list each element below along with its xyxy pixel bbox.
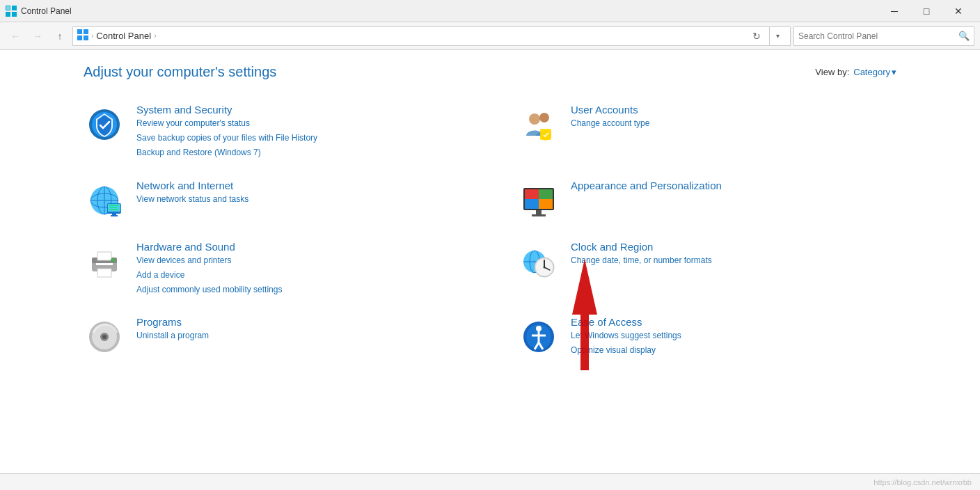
svg-rect-5 bbox=[77, 29, 82, 34]
hardware-sound-title[interactable]: Hardware and Sound bbox=[136, 241, 282, 253]
user-accounts-link-1[interactable]: Change account type bbox=[571, 117, 649, 130]
watermark-text: https://blog.csdn.net/wrnxrbb bbox=[874, 478, 972, 487]
view-by-value-text: Category bbox=[853, 67, 890, 77]
address-bar: ← → ↑ › Control Panel › ↻ ▾ 🔍 bbox=[0, 22, 980, 50]
view-by-dropdown[interactable]: Category ▾ bbox=[853, 67, 896, 77]
svg-rect-2 bbox=[6, 12, 10, 17]
svg-rect-33 bbox=[532, 214, 546, 216]
category-ease-of-access: Ease of Access Let Windows suggest setti… bbox=[504, 306, 938, 368]
user-accounts-content: User Accounts Change account type bbox=[571, 104, 649, 130]
hardware-sound-link-1[interactable]: View devices and printers bbox=[136, 254, 282, 267]
system-security-link-2[interactable]: Save backup copies of your files with Fi… bbox=[136, 132, 317, 145]
ease-of-access-link-2[interactable]: Optimize visual display bbox=[571, 344, 681, 357]
title-bar-controls: ─ □ ✕ bbox=[878, 0, 974, 22]
svg-rect-30 bbox=[525, 199, 539, 209]
search-input[interactable] bbox=[798, 31, 956, 41]
address-chevron-2: › bbox=[154, 32, 156, 40]
system-security-link-1[interactable]: Review your computer's status bbox=[136, 117, 317, 130]
svg-rect-4 bbox=[6, 6, 10, 10]
view-by-label: View by: bbox=[815, 67, 849, 77]
title-bar: Control Panel ─ □ ✕ bbox=[0, 0, 980, 22]
svg-rect-7 bbox=[77, 35, 82, 40]
category-appearance: Appearance and Personalization bbox=[504, 170, 938, 231]
svg-rect-36 bbox=[96, 263, 113, 265]
user-accounts-icon bbox=[518, 104, 560, 145]
clock-region-title[interactable]: Clock and Region bbox=[571, 241, 712, 253]
svg-point-47 bbox=[544, 266, 546, 268]
appearance-title[interactable]: Appearance and Personalization bbox=[571, 180, 722, 191]
address-field[interactable]: › Control Panel › ↻ ▾ bbox=[72, 26, 791, 46]
page-title: Adjust your computer's settings bbox=[84, 64, 276, 80]
hardware-sound-link-3[interactable]: Adjust commonly used mobility settings bbox=[136, 283, 282, 297]
address-app-icon bbox=[77, 29, 88, 42]
system-security-link-3[interactable]: Backup and Restore (Windows 7) bbox=[136, 146, 317, 159]
system-security-content: System and Security Review your computer… bbox=[136, 104, 317, 160]
ease-of-access-content: Ease of Access Let Windows suggest setti… bbox=[571, 316, 681, 357]
clock-region-icon bbox=[518, 241, 560, 283]
network-internet-title[interactable]: Network and Internet bbox=[136, 180, 248, 191]
category-user-accounts: User Accounts Change account type bbox=[504, 94, 938, 170]
svg-point-12 bbox=[539, 113, 549, 122]
svg-point-39 bbox=[111, 258, 115, 262]
svg-rect-8 bbox=[84, 35, 88, 40]
programs-link-1[interactable]: Uninstall a program bbox=[136, 329, 209, 342]
minimize-button[interactable]: ─ bbox=[878, 0, 910, 22]
svg-rect-32 bbox=[536, 210, 542, 214]
back-button[interactable]: ← bbox=[6, 26, 25, 46]
categories-grid: System and Security Review your computer… bbox=[0, 94, 980, 368]
programs-icon bbox=[84, 316, 125, 358]
close-button[interactable]: ✕ bbox=[942, 0, 974, 22]
hardware-sound-icon bbox=[84, 241, 125, 283]
programs-content: Programs Uninstall a program bbox=[136, 316, 209, 342]
view-by-chevron: ▾ bbox=[892, 67, 896, 77]
network-internet-icon bbox=[84, 180, 125, 221]
ease-of-access-icon bbox=[518, 316, 560, 358]
hardware-sound-content: Hardware and Sound View devices and prin… bbox=[136, 241, 282, 297]
user-accounts-title[interactable]: User Accounts bbox=[571, 104, 649, 116]
category-programs: Programs Uninstall a program bbox=[70, 306, 504, 368]
view-by-container: View by: Category ▾ bbox=[815, 67, 896, 77]
svg-point-11 bbox=[529, 113, 540, 125]
address-content: › Control Panel › bbox=[77, 29, 744, 42]
search-button[interactable]: 🔍 bbox=[958, 31, 970, 41]
network-internet-content: Network and Internet View network status… bbox=[136, 180, 248, 206]
svg-rect-29 bbox=[539, 189, 553, 199]
svg-rect-3 bbox=[12, 12, 17, 17]
svg-point-54 bbox=[536, 326, 542, 331]
hardware-sound-link-2[interactable]: Add a device bbox=[136, 269, 282, 282]
clock-region-link-1[interactable]: Change date, time, or number formats bbox=[571, 254, 712, 267]
svg-rect-37 bbox=[97, 252, 111, 260]
ease-of-access-title[interactable]: Ease of Access bbox=[571, 316, 681, 328]
svg-rect-31 bbox=[539, 199, 553, 209]
category-hardware-sound: Hardware and Sound View devices and prin… bbox=[70, 231, 504, 307]
svg-rect-22 bbox=[111, 215, 118, 216]
category-network-internet: Network and Internet View network status… bbox=[70, 170, 504, 231]
svg-rect-6 bbox=[84, 29, 88, 34]
system-security-icon bbox=[84, 104, 125, 145]
programs-title[interactable]: Programs bbox=[136, 316, 209, 328]
status-bar: https://blog.csdn.net/wrnxrbb bbox=[0, 473, 980, 490]
up-button[interactable]: ↑ bbox=[50, 26, 70, 46]
appearance-icon bbox=[518, 180, 560, 221]
forward-button[interactable]: → bbox=[28, 26, 47, 46]
refresh-button[interactable]: ↻ bbox=[748, 28, 765, 45]
maximize-button[interactable]: □ bbox=[910, 0, 942, 22]
system-security-title[interactable]: System and Security bbox=[136, 104, 317, 116]
address-path-text: Control Panel bbox=[96, 31, 151, 41]
clock-region-content: Clock and Region Change date, time, or n… bbox=[571, 241, 712, 267]
appearance-content: Appearance and Personalization bbox=[571, 180, 722, 191]
svg-point-51 bbox=[102, 335, 106, 339]
content-header: Adjust your computer's settings View by:… bbox=[0, 64, 980, 80]
svg-rect-1 bbox=[12, 6, 17, 10]
title-bar-text: Control Panel bbox=[21, 6, 72, 16]
search-box: 🔍 bbox=[793, 26, 974, 46]
svg-rect-38 bbox=[97, 269, 111, 277]
network-internet-link-1[interactable]: View network status and tasks bbox=[136, 193, 248, 206]
app-icon bbox=[6, 6, 17, 17]
category-clock-region: Clock and Region Change date, time, or n… bbox=[504, 231, 938, 307]
address-chevron-1: › bbox=[91, 32, 93, 40]
svg-rect-28 bbox=[525, 189, 539, 199]
address-dropdown-button[interactable]: ▾ bbox=[769, 26, 786, 46]
category-system-security: System and Security Review your computer… bbox=[70, 94, 504, 170]
ease-of-access-link-1[interactable]: Let Windows suggest settings bbox=[571, 329, 681, 342]
